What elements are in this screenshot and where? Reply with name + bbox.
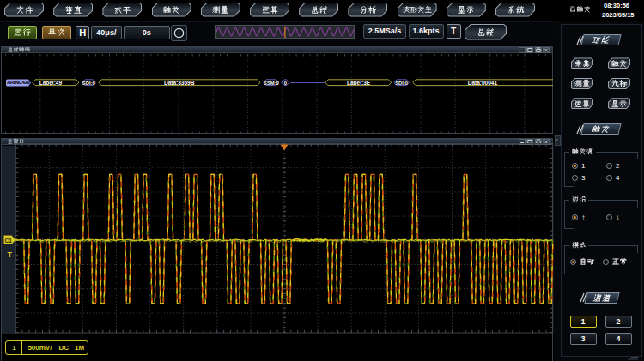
svg-text:C1: C1 [5, 237, 13, 243]
